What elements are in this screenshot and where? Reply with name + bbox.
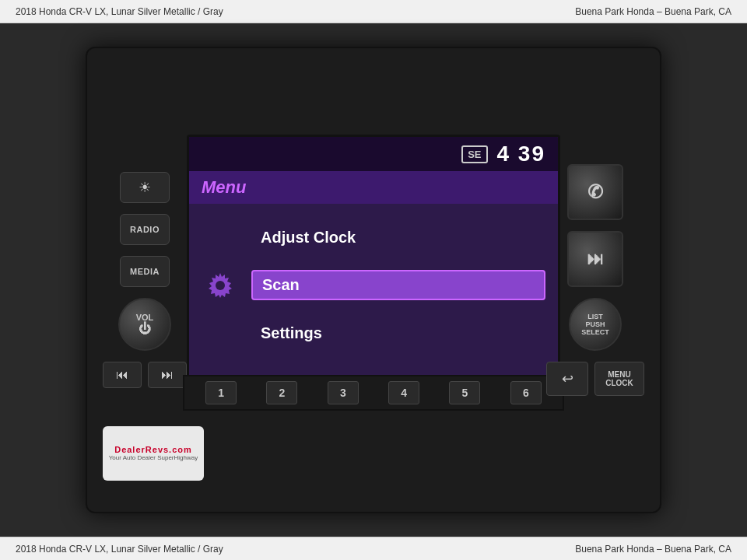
phone-icon: ✆ (587, 181, 603, 203)
track-controls: ⏮ ⏭ (103, 362, 187, 388)
skip-icon: ⏭ (587, 249, 604, 269)
menu-label: MENU (608, 370, 630, 379)
prev-track-button[interactable]: ⏮ (103, 362, 142, 388)
next-track-button[interactable]: ⏭ (148, 362, 187, 388)
preset-buttons-row: 1 2 3 4 5 6 (183, 375, 564, 411)
radio-button[interactable]: RADIO (120, 214, 170, 245)
menu-title: Menu (189, 171, 558, 204)
head-unit: ☀ RADIO MEDIA VOL ⏻ ⏮ ⏭ (86, 47, 661, 513)
logo-site-name: DealerRevs.com (114, 445, 192, 454)
media-button[interactable]: MEDIA (120, 256, 170, 287)
logo-tagline: Your Auto Dealer SuperHighway (109, 454, 198, 462)
main-content: ☀ RADIO MEDIA VOL ⏻ ⏮ ⏭ (0, 23, 747, 537)
right-bottom-controls: ↩ MENU CLOCK (546, 362, 644, 396)
menu-item-settings[interactable]: Settings (251, 320, 545, 347)
push-label: PUSH (585, 320, 605, 328)
preset-4-button[interactable]: 4 (388, 381, 419, 404)
list-push-select-knob[interactable]: LIST PUSH SELECT (569, 298, 622, 351)
prev-icon: ⏮ (116, 368, 128, 382)
phone-button[interactable]: ✆ (567, 164, 623, 220)
volume-knob[interactable]: VOL ⏻ (118, 298, 171, 351)
vol-label: VOL (136, 313, 154, 322)
back-icon: ↩ (562, 370, 573, 387)
top-bar: 2018 Honda CR-V LX, Lunar Silver Metalli… (0, 0, 747, 23)
menu-item-adjust-clock[interactable]: Adjust Clock (251, 224, 545, 251)
screen-top-bar: SE 4 39 (189, 137, 558, 171)
media-label: MEDIA (130, 267, 160, 276)
preset-2-button[interactable]: 2 (266, 381, 297, 404)
svg-point-1 (216, 281, 225, 290)
brightness-icon: ☀ (139, 179, 151, 196)
bottom-bar-left: 2018 Honda CR-V LX, Lunar Silver Metalli… (16, 544, 223, 555)
gear-icon (201, 266, 240, 305)
bottom-bar: 2018 Honda CR-V LX, Lunar Silver Metalli… (0, 537, 747, 560)
select-label: SELECT (581, 328, 609, 336)
top-bar-right: Buena Park Honda – Buena Park, CA (575, 6, 731, 17)
screen-time: 4 39 (497, 142, 546, 166)
brightness-button[interactable]: ☀ (120, 172, 170, 203)
skip-button[interactable]: ⏭ (567, 231, 623, 287)
se-badge: SE (461, 145, 487, 163)
preset-3-button[interactable]: 3 (328, 381, 359, 404)
dealer-logo: DealerRevs.com Your Auto Dealer SuperHig… (103, 426, 204, 481)
menu-list: Adjust Clock Scan Settings (251, 210, 545, 361)
bottom-bar-right: Buena Park Honda – Buena Park, CA (575, 544, 731, 555)
back-button[interactable]: ↩ (546, 362, 588, 396)
list-label: LIST (587, 313, 603, 320)
infotainment-screen: SE 4 39 Menu Adjust Clock (187, 135, 560, 399)
clock-label: CLOCK (605, 379, 633, 387)
power-icon: ⏻ (139, 322, 151, 336)
right-controls: ✆ ⏭ LIST PUSH SELECT ↩ MENU CLOCK (546, 164, 644, 396)
gear-icon-area (189, 210, 251, 361)
menu-clock-button[interactable]: MENU CLOCK (594, 362, 644, 396)
menu-item-scan[interactable]: Scan (251, 270, 545, 300)
preset-5-button[interactable]: 5 (449, 381, 480, 404)
menu-items-area: Adjust Clock Scan Settings (189, 204, 558, 367)
preset-6-button[interactable]: 6 (510, 381, 542, 404)
next-icon: ⏭ (161, 368, 174, 382)
preset-1-button[interactable]: 1 (205, 381, 237, 404)
left-controls: ☀ RADIO MEDIA VOL ⏻ ⏮ ⏭ (103, 172, 187, 388)
top-bar-left: 2018 Honda CR-V LX, Lunar Silver Metalli… (16, 6, 223, 17)
radio-label: RADIO (130, 225, 160, 234)
